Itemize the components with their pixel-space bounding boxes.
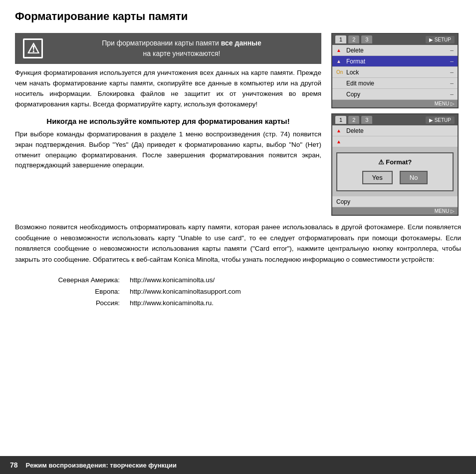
menu-row-copy[interactable]: Copy – — [332, 89, 458, 100]
tab-1-3[interactable]: 3 — [361, 35, 372, 43]
panel-2-footer: MENU ▷ — [332, 207, 458, 215]
section-heading: Никогда не используйте компьютер для фор… — [15, 117, 321, 125]
tab-1-2[interactable]: 2 — [348, 35, 359, 43]
body-paragraph-2: При выборе команды форматирования в разд… — [15, 129, 321, 171]
links-table: Северная Америка: http://www.konicaminol… — [55, 275, 461, 309]
body-paragraph-3: Возможно появится необходимость отформат… — [15, 222, 461, 265]
a-icon: ▲ — [336, 139, 344, 144]
menu-row-delete[interactable]: ▲ Delete – — [332, 45, 458, 56]
link-label-1: Европа: — [55, 286, 120, 298]
link-url-1: http://www.konicaminoltasupport.com — [130, 286, 241, 298]
delete-label: Delete — [346, 47, 450, 54]
copy-label: Copy — [346, 91, 450, 98]
menu-row-copy-2[interactable]: Copy — [332, 196, 458, 207]
page-title: Форматирование карты памяти — [15, 10, 461, 23]
copy-label-2: Copy — [336, 198, 454, 205]
dialog-no-button[interactable]: No — [400, 171, 428, 184]
tab-2-active[interactable]: 1 — [335, 116, 346, 124]
copy-value: – — [450, 91, 454, 98]
dialog-yes-button[interactable]: Yes — [362, 171, 393, 184]
dialog-overlay: ⚠ Format? Yes No — [332, 147, 458, 196]
list-item: Россия: http://www.konicaminolta.ru. — [55, 298, 461, 309]
panel-2-header: 1 2 3 ▶SETUP — [332, 114, 458, 125]
list-item: Европа: http://www.konicaminoltasupport.… — [55, 286, 461, 298]
menu-row-delete-2[interactable]: ▲ Delete — [332, 125, 458, 136]
tab-2-3[interactable]: 3 — [361, 116, 372, 124]
footer-page-number: 78 — [10, 461, 18, 469]
delete-icon-2: ▲ — [336, 128, 344, 133]
lock-label: Lock — [346, 69, 450, 76]
lock-value: – — [450, 69, 454, 76]
menu-row-format[interactable]: ▲ Format – — [332, 56, 458, 67]
delete-icon: ▲ — [336, 47, 344, 53]
warning-icon: ⚠ — [23, 38, 43, 58]
link-url-2: http://www.konicaminolta.ru. — [130, 298, 214, 309]
setup-btn-1[interactable]: ▶SETUP — [426, 36, 455, 43]
menu-row-lock[interactable]: On Lock – — [332, 67, 458, 78]
tab-1-active[interactable]: 1 — [335, 35, 346, 43]
tab-2-2[interactable]: 2 — [348, 116, 359, 124]
menu-row-editmovie[interactable]: Edit movie – — [332, 78, 458, 89]
format-value: – — [450, 58, 454, 65]
side-panels: 1 2 3 ▶SETUP ▲ Delete – ▲ Format – — [331, 33, 461, 216]
setup-btn-2[interactable]: ▶SETUP — [426, 116, 455, 124]
camera-panel-2: 1 2 3 ▶SETUP ▲ Delete ▲ — [331, 113, 459, 216]
warning-text: При форматировании карты памяти все данн… — [50, 38, 313, 59]
delete-value: – — [450, 47, 454, 54]
lock-icon: On — [336, 69, 344, 75]
camera-panel-1: 1 2 3 ▶SETUP ▲ Delete – ▲ Format – — [331, 33, 459, 108]
panel-1-footer: MENU ▷ — [332, 100, 458, 107]
format-dialog: ⚠ Format? Yes No — [336, 152, 454, 191]
panel-1-header: 1 2 3 ▶SETUP — [332, 34, 458, 45]
body-paragraph-1: Функция форматирования используется для … — [15, 68, 321, 110]
editmovie-value: – — [450, 80, 454, 87]
footer-text: Режим воспроизведения: творческие функци… — [26, 462, 177, 469]
link-url-0: http://www.konicaminolta.us/ — [130, 275, 215, 286]
menu-row-a: ▲ — [332, 136, 458, 147]
link-label-2: Россия: — [55, 298, 120, 309]
dialog-buttons: Yes No — [362, 171, 428, 184]
warning-box: ⚠ При форматировании карты памяти все да… — [15, 33, 321, 64]
link-label-0: Северная Америка: — [55, 275, 120, 286]
dialog-title: ⚠ Format? — [378, 158, 412, 166]
format-icon: ▲ — [336, 58, 344, 64]
page-footer: 78 Режим воспроизведения: творческие фун… — [0, 456, 476, 474]
list-item: Северная Америка: http://www.konicaminol… — [55, 275, 461, 286]
format-label: Format — [346, 58, 450, 65]
delete-label-2: Delete — [346, 127, 454, 134]
editmovie-label: Edit movie — [346, 80, 450, 87]
